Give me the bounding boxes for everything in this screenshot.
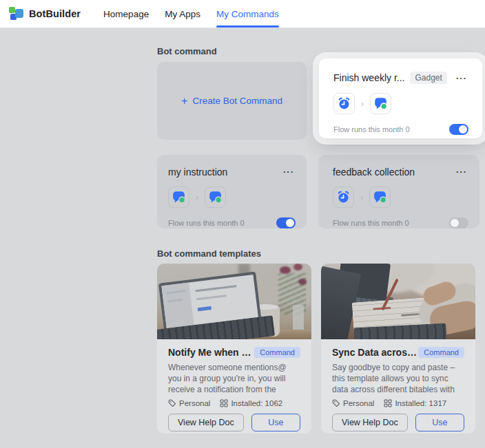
flow-runs-label: Flow runs this month 0 <box>333 219 409 227</box>
command-badge: Command <box>418 347 464 358</box>
more-menu-icon[interactable]: ··· <box>455 166 468 178</box>
template-title: Sync Data across Bi... <box>332 347 418 358</box>
command-title: Finish weekly r... <box>333 72 404 83</box>
enable-toggle[interactable] <box>276 217 296 228</box>
view-help-doc-button[interactable]: View Help Doc <box>168 414 244 431</box>
command-card-feedback-collection[interactable]: feedback collection ··· › Flow r <box>318 155 479 228</box>
use-template-button[interactable]: Use <box>251 414 300 431</box>
step-tile-trigger <box>168 186 189 208</box>
alarm-clock-icon <box>336 190 351 204</box>
tag-meta: Personal <box>168 399 210 407</box>
tag-meta: Personal <box>332 399 374 407</box>
tag-icon <box>168 399 176 407</box>
brand-title: BotBuilder <box>29 8 81 19</box>
chevron-right-icon: › <box>196 192 198 202</box>
apps-grid-icon <box>220 399 228 407</box>
photo-dim-overlay <box>321 264 475 339</box>
chat-icon <box>373 96 388 111</box>
command-title: my instruction <box>168 167 227 178</box>
toggle-knob <box>286 219 294 227</box>
use-template-button[interactable]: Use <box>415 414 464 431</box>
tag-label: Personal <box>179 399 210 407</box>
template-card-sync-data[interactable]: Sync Data across Bi... Command Say goodb… <box>321 264 475 434</box>
create-bot-command-card[interactable]: + Create Bot Command <box>157 62 307 140</box>
chat-icon <box>208 190 223 204</box>
toggle-knob <box>451 219 459 227</box>
more-menu-icon[interactable]: ··· <box>282 166 296 178</box>
command-badge: Command <box>254 347 300 358</box>
step-tile-trigger <box>333 93 355 114</box>
step-tile-action <box>370 93 391 114</box>
more-menu-icon[interactable]: ··· <box>455 72 468 84</box>
main-nav: Homepage My Apps My Commands <box>103 0 279 28</box>
flow-runs-label: Flow runs this month 0 <box>333 125 410 134</box>
chevron-right-icon: › <box>361 98 364 109</box>
gadget-badge: Gadget <box>410 72 446 84</box>
nav-item-homepage[interactable]: Homepage <box>103 0 149 28</box>
tag-label: Personal <box>343 399 374 407</box>
template-description: Whenever someone mentions@ you in a grou… <box>168 362 300 396</box>
nav-item-my-apps[interactable]: My Apps <box>165 0 200 28</box>
installed-meta: Installed: 1317 <box>384 399 446 407</box>
toggle-knob <box>459 125 467 134</box>
chat-icon <box>373 190 387 204</box>
botbuilder-logo-icon <box>8 6 23 21</box>
template-body: Sync Data across Bi... Command Say goodb… <box>321 339 475 434</box>
photo-dim-overlay <box>157 264 311 339</box>
chevron-right-icon: › <box>360 192 363 202</box>
template-image-people-writing <box>321 264 475 339</box>
apps-grid-icon <box>384 399 392 407</box>
enable-toggle[interactable] <box>449 124 468 135</box>
nav-item-my-commands[interactable]: My Commands <box>216 0 279 28</box>
installed-meta: Installed: 1062 <box>220 399 282 407</box>
step-tile-trigger <box>333 186 354 208</box>
template-card-notify-me[interactable]: Notify Me when Gro... Command Whenever s… <box>157 264 311 434</box>
logo-green-square <box>9 7 15 13</box>
installed-label: Installed: 1317 <box>395 399 446 407</box>
view-help-doc-button[interactable]: View Help Doc <box>332 414 408 431</box>
template-description: Say goodbye to copy and paste – this tem… <box>332 362 464 396</box>
tag-icon <box>332 399 340 407</box>
command-title: feedback collection <box>333 167 415 178</box>
enable-toggle[interactable] <box>449 217 468 228</box>
section-title-templates: Bot command templates <box>157 248 261 259</box>
flow-runs-label: Flow runs this month 0 <box>168 219 245 227</box>
command-card-finish-weekly[interactable]: Finish weekly r... Gadget ··· › <box>319 58 482 138</box>
section-title-bot-command: Bot command <box>157 46 217 56</box>
template-body: Notify Me when Gro... Command Whenever s… <box>157 339 311 434</box>
step-tile-action <box>205 186 226 208</box>
installed-label: Installed: 1062 <box>231 399 282 407</box>
top-navbar: BotBuilder Homepage My Apps My Commands <box>0 0 485 28</box>
chat-icon <box>172 190 186 204</box>
template-title: Notify Me when Gro... <box>168 347 254 358</box>
logo-blue-square <box>15 9 23 18</box>
create-bot-command-label: Create Bot Command <box>192 96 282 106</box>
step-tile-action <box>369 186 391 208</box>
plus-icon: + <box>181 96 187 107</box>
template-image-laptop-desk <box>157 264 311 339</box>
app-window: BotBuilder Homepage My Apps My Commands … <box>0 0 485 448</box>
command-card-my-instruction[interactable]: my instruction ··· › Flow runs this mont… <box>157 155 307 228</box>
alarm-clock-icon <box>337 96 351 111</box>
